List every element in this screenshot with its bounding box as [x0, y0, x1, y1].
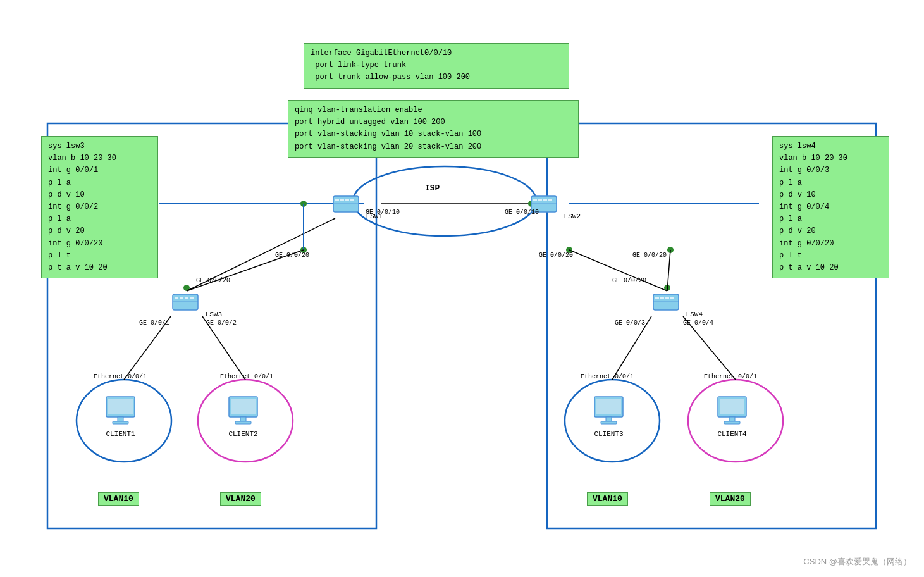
svg-rect-53 [108, 399, 133, 414]
isp-label: ISP [425, 183, 440, 193]
client3-label: CLIENT3 [588, 430, 629, 438]
config-box-left: sys lsw3 vlan b 10 20 30 int g 0/0/1 p l… [41, 136, 158, 278]
svg-line-23 [667, 250, 670, 291]
watermark: CSDN @喜欢爱哭鬼（网络） [803, 556, 911, 568]
svg-rect-28 [333, 196, 359, 212]
lsw3-device: LSW3 [169, 288, 222, 318]
vlan20-left-label: VLAN20 [220, 492, 261, 506]
port-lsw4-ge0020: GE 0/0/20 [612, 277, 646, 284]
svg-rect-37 [543, 199, 547, 201]
client3-device: CLIENT3 [588, 394, 629, 438]
port-lsw2-ge0020-right: GE 0/0/20 [632, 252, 667, 259]
svg-rect-31 [345, 199, 349, 201]
svg-rect-41 [175, 297, 178, 299]
config-box-top2: qinq vlan-translation enable port hybrid… [288, 100, 579, 158]
svg-rect-57 [231, 399, 256, 414]
svg-rect-43 [185, 297, 188, 299]
port-lsw3-ge001: GE 0/0/1 [139, 320, 169, 326]
svg-point-15 [667, 247, 674, 253]
vlan10-right-label: VLAN10 [587, 492, 628, 506]
lsw2-label: LSW2 [564, 213, 581, 220]
client1-device: CLIENT1 [100, 394, 141, 438]
svg-rect-38 [548, 199, 552, 201]
port-lsw3-ge002: GE 0/0/2 [206, 320, 237, 326]
port-client4-eth: Ethernet 0/0/1 [704, 373, 757, 380]
svg-rect-48 [660, 297, 664, 299]
svg-point-12 [300, 201, 307, 207]
port-client1-eth: Ethernet 0/0/1 [94, 373, 147, 380]
svg-rect-40 [173, 294, 198, 310]
svg-rect-29 [335, 199, 339, 201]
port-lsw1-ge0010: GE 0/0/10 [366, 209, 400, 216]
port-lsw2-ge0010: GE 0/0/10 [505, 209, 539, 216]
config-box-right: sys lsw4 vlan b 10 20 30 int g 0/0/3 p l… [772, 136, 889, 278]
port-client2-eth: Ethernet 0/0/1 [220, 373, 273, 380]
svg-rect-44 [190, 297, 194, 299]
svg-rect-42 [180, 297, 183, 299]
svg-rect-65 [720, 399, 744, 414]
port-lsw3-ge0020: GE 0/0/20 [196, 277, 230, 284]
port-lsw2-ge0020-left: GE 0/0/20 [539, 252, 573, 259]
port-lsw4-ge004: GE 0/0/4 [683, 320, 713, 326]
client1-label: CLIENT1 [100, 430, 141, 438]
client4-device: CLIENT4 [711, 394, 753, 438]
vlan20-right-label: VLAN20 [710, 492, 751, 506]
svg-rect-59 [235, 421, 251, 424]
diagram-container: interface GigabitEthernet0/0/10 port lin… [0, 0, 924, 577]
client2-label: CLIENT2 [223, 430, 264, 438]
svg-rect-50 [670, 297, 674, 299]
svg-rect-67 [724, 421, 740, 424]
svg-rect-55 [113, 421, 128, 424]
lsw4-device: LSW4 [650, 288, 703, 318]
lsw3-label: LSW3 [206, 311, 222, 318]
svg-rect-32 [350, 199, 354, 201]
lsw4-label: LSW4 [686, 311, 703, 318]
svg-rect-30 [340, 199, 344, 201]
client2-device: CLIENT2 [223, 394, 264, 438]
svg-rect-49 [665, 297, 669, 299]
svg-rect-35 [533, 199, 537, 201]
port-client3-eth: Ethernet 0/0/1 [581, 373, 634, 380]
svg-rect-36 [538, 199, 542, 201]
svg-rect-63 [601, 421, 617, 424]
svg-rect-47 [655, 297, 659, 299]
vlan10-left-label: VLAN10 [98, 492, 139, 506]
port-lsw1-ge0020: GE 0/0/20 [275, 252, 309, 259]
client4-label: CLIENT4 [711, 430, 753, 438]
port-lsw4-ge003: GE 0/0/3 [615, 320, 645, 326]
svg-rect-46 [653, 294, 679, 310]
svg-rect-61 [596, 399, 621, 414]
config-box-top1: interface GigabitEthernet0/0/10 port lin… [304, 43, 569, 89]
